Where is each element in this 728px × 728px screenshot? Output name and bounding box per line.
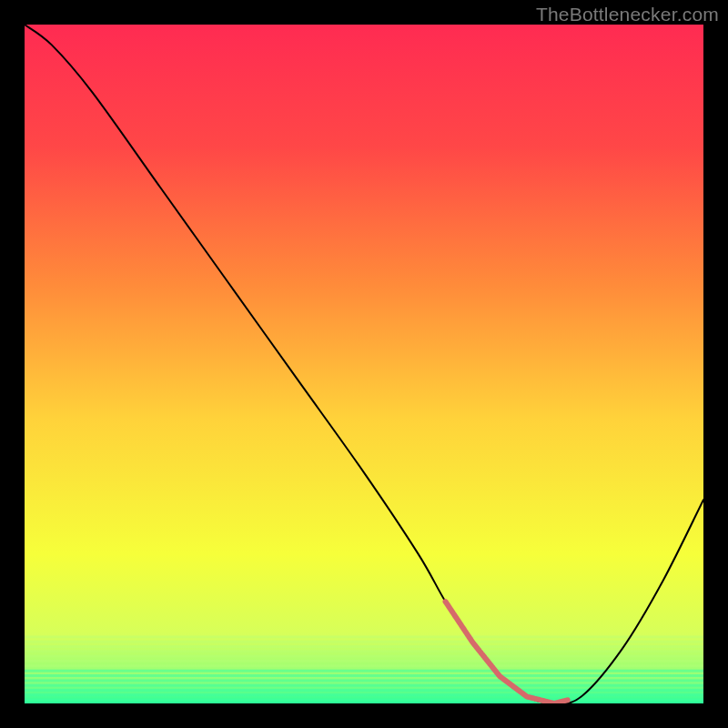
svg-rect-11: [25, 689, 703, 692]
chart-frame: [25, 25, 703, 703]
svg-rect-2: [25, 645, 703, 648]
svg-rect-1: [25, 641, 703, 643]
svg-rect-7: [25, 670, 703, 672]
svg-rect-13: [25, 699, 703, 702]
svg-rect-4: [25, 655, 703, 658]
chart-background: [25, 25, 703, 703]
svg-rect-0: [25, 635, 703, 638]
watermark-text: TheBottlenecker.com: [536, 4, 719, 25]
svg-rect-5: [25, 660, 703, 662]
bottleneck-chart: [25, 25, 703, 703]
svg-rect-12: [25, 693, 703, 696]
svg-rect-6: [25, 664, 703, 667]
svg-rect-10: [25, 684, 703, 687]
svg-rect-3: [25, 650, 703, 652]
svg-rect-9: [25, 679, 703, 682]
